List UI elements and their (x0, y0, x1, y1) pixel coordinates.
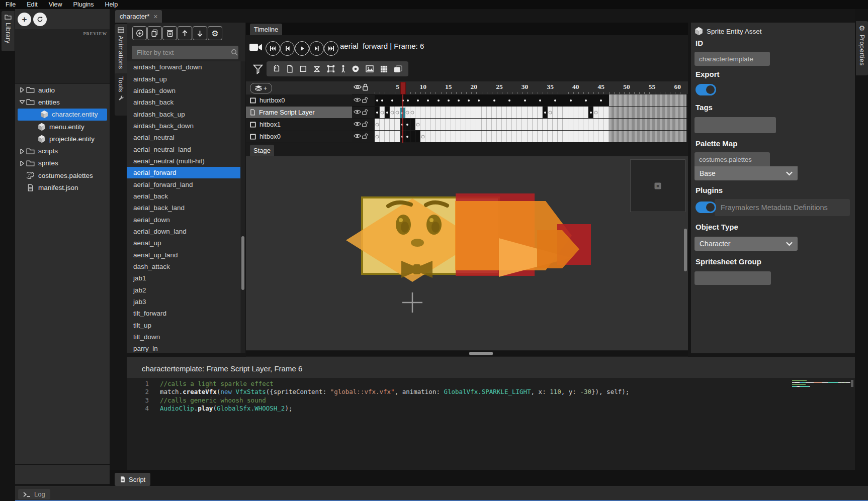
animation-item[interactable]: tilt_forward (127, 308, 240, 319)
id-input[interactable]: charactertemplate (695, 52, 770, 66)
move-up-button[interactable] (178, 26, 192, 40)
filter-layers-icon[interactable] (253, 64, 263, 75)
eye-icon[interactable] (354, 96, 361, 103)
frame-cell[interactable] (543, 119, 548, 130)
frame-cell[interactable] (390, 107, 395, 118)
frame-cell[interactable] (410, 131, 415, 142)
unlock-icon[interactable] (362, 96, 368, 104)
frame-cell[interactable] (533, 119, 538, 130)
frame-cell[interactable] (390, 119, 395, 130)
animation-item[interactable]: aerial_up (127, 237, 240, 249)
frame-cell[interactable] (405, 107, 410, 118)
animation-item[interactable]: airdash_back (127, 96, 240, 108)
frame-cell[interactable] (578, 119, 583, 130)
frame-cell[interactable] (517, 131, 522, 142)
frame-cell[interactable] (533, 107, 538, 118)
frame-cell[interactable] (441, 131, 446, 142)
frame-cell[interactable] (507, 131, 512, 142)
frame-cell[interactable] (502, 119, 507, 130)
frame-cell[interactable] (380, 131, 385, 142)
frame-cell[interactable] (415, 107, 420, 118)
expand-icon[interactable] (18, 149, 26, 154)
frame-cell[interactable] (441, 107, 446, 118)
frame-cell[interactable] (420, 131, 425, 142)
frame-cell[interactable] (502, 107, 507, 118)
frame-cell[interactable] (385, 119, 390, 130)
frame-cell[interactable] (441, 119, 446, 130)
frame-cell[interactable] (573, 131, 578, 142)
layer-name-frame-script-layer[interactable]: Frame Script Layer (246, 107, 352, 118)
frame-cell[interactable] (461, 131, 466, 142)
tree-item-sprites[interactable]: sprites (15, 157, 110, 169)
menu-item-file[interactable]: File (0, 1, 21, 8)
animation-item[interactable]: airdash_up (127, 73, 240, 84)
frame-cell[interactable] (410, 107, 415, 118)
frame-cell[interactable] (502, 131, 507, 142)
frame-cell[interactable] (583, 107, 588, 118)
animation-item[interactable]: airdash_back_up (127, 108, 240, 120)
expand-icon[interactable] (18, 87, 26, 92)
frame-cell[interactable] (543, 131, 548, 142)
animation-item[interactable]: aerial_back (127, 190, 240, 202)
frame-cell[interactable] (456, 119, 461, 130)
frame-cell[interactable] (563, 119, 568, 130)
frame-cell[interactable] (456, 131, 461, 142)
frame-cell[interactable] (420, 107, 425, 118)
delete-animation-button[interactable] (162, 26, 177, 40)
frame-cell[interactable] (492, 119, 497, 130)
frame-cell[interactable] (573, 119, 578, 130)
frame-cell[interactable] (415, 131, 420, 142)
frame-cell[interactable] (598, 119, 603, 130)
frame-cell[interactable] (603, 131, 609, 142)
frame-cell[interactable] (558, 119, 563, 130)
transform-frame-icon[interactable] (327, 65, 335, 73)
eye-icon[interactable] (354, 133, 361, 139)
menu-item-view[interactable]: View (43, 1, 68, 8)
frame-cell[interactable] (568, 119, 573, 130)
frame-cell[interactable] (593, 131, 598, 142)
animation-item[interactable]: aerial_down (127, 214, 240, 225)
frame-cell[interactable] (476, 131, 481, 142)
duplicate-animation-button[interactable] (147, 26, 162, 40)
animation-item[interactable]: dash_attack (127, 261, 240, 272)
frame-cell[interactable] (528, 107, 533, 118)
stage-vscrollbar[interactable] (684, 229, 687, 271)
add-layer-button[interactable]: + (250, 83, 272, 93)
camera-icon[interactable] (249, 42, 263, 53)
animation-item[interactable]: aerial_forward_land (127, 178, 240, 190)
frame-cell[interactable] (568, 131, 573, 142)
tree-item-entities[interactable]: entities (15, 96, 110, 108)
tab-script[interactable]: Script (115, 473, 150, 486)
expand-icon[interactable] (18, 161, 26, 166)
frame-cell[interactable] (380, 107, 385, 118)
frame-cell[interactable] (425, 131, 430, 142)
skip-end-button[interactable] (324, 41, 338, 56)
frame-cell[interactable] (522, 107, 527, 118)
frame-cell[interactable] (507, 107, 512, 118)
tab-character[interactable]: character* × (115, 10, 162, 23)
frame-cell[interactable] (476, 119, 481, 130)
frame-cell[interactable] (430, 107, 436, 118)
frame-cell[interactable] (588, 119, 593, 130)
animation-item[interactable]: airdash_down (127, 85, 240, 96)
frame-cell[interactable] (603, 107, 609, 118)
frame-cell[interactable] (553, 119, 558, 130)
frame-cell[interactable] (538, 131, 543, 142)
frame-cell[interactable] (548, 107, 553, 118)
grid-icon[interactable] (380, 65, 388, 73)
frame-cell[interactable] (466, 119, 471, 130)
frame-cell[interactable] (512, 107, 517, 118)
frame-cell[interactable] (466, 107, 471, 118)
box-layer-icon[interactable] (300, 65, 307, 72)
tree-item-scripts[interactable]: scripts (15, 145, 110, 157)
spritesheet-group-input[interactable] (695, 271, 771, 285)
frame-cell[interactable] (487, 107, 492, 118)
frame-cell[interactable] (390, 131, 395, 142)
animation-item[interactable]: aerial_back_land (127, 202, 240, 214)
tab-animations[interactable]: Animations (115, 24, 127, 77)
frame-cell[interactable] (482, 119, 487, 130)
frame-cell[interactable] (548, 119, 553, 130)
tree-item-audio[interactable]: audio (15, 84, 110, 96)
frame-cell[interactable] (430, 119, 436, 130)
animations-scrollbar[interactable] (241, 61, 245, 353)
